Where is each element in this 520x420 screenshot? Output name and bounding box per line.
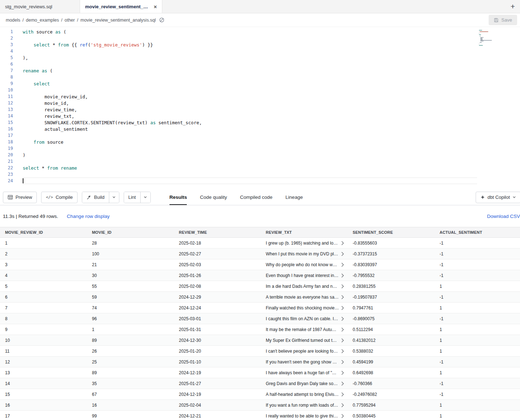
code-line-6[interactable]: 6: [0, 61, 520, 67]
tab-compiled-code[interactable]: Compiled code: [240, 189, 273, 205]
code-line-3[interactable]: 3 select * from {{ ref('stg_movie_review…: [0, 41, 520, 48]
expand-cell-icon[interactable]: [341, 327, 344, 332]
line-number: 19: [0, 145, 13, 152]
new-tab-button[interactable]: +: [506, 0, 520, 13]
tab-code-quality[interactable]: Code quality: [200, 189, 227, 205]
expand-cell-icon[interactable]: [341, 241, 344, 245]
expand-cell-icon[interactable]: [341, 360, 344, 364]
breadcrumb-part[interactable]: demo_examples: [26, 18, 59, 23]
change-row-display-link[interactable]: Change row display: [67, 214, 110, 219]
cell-actual-sentiment: -1: [435, 381, 520, 386]
compile-label: Compile: [56, 195, 73, 200]
preview-label: Preview: [16, 195, 32, 200]
expand-cell-icon[interactable]: [341, 392, 344, 397]
code-line-10[interactable]: 10: [0, 87, 520, 93]
cell-review-time: 2025-01-27: [174, 381, 261, 386]
column-header-movie-review-id[interactable]: MOVIE_REVIEW_ID: [0, 230, 87, 234]
code-line-24[interactable]: 24: [0, 178, 520, 184]
column-header-review-txt[interactable]: REVIEW_TXT: [261, 230, 348, 234]
line-number: 6: [0, 61, 13, 67]
code-line-12[interactable]: 12 movie_id,: [0, 100, 520, 106]
code-line-15[interactable]: 15 SNOWFLAKE.CORTEX.SENTIMENT(review_txt…: [0, 119, 520, 126]
expand-cell-icon[interactable]: [341, 317, 344, 321]
cell-sentiment-score: 0.50380445: [348, 414, 435, 419]
line-number: 1: [0, 28, 13, 35]
cell-movie-id: 30: [87, 273, 174, 278]
code-line-5[interactable]: 5),: [0, 54, 520, 61]
code-line-16[interactable]: 16 actual_sentiment: [0, 126, 520, 132]
code-line-20[interactable]: 20): [0, 152, 520, 158]
tab-movie-review-sentiment[interactable]: movie_review_sentiment_… ×: [80, 0, 162, 13]
cell-sentiment-score: -0.24976082: [348, 392, 435, 397]
code-editor[interactable]: 1with source as (23 select * from {{ ref…: [0, 27, 520, 189]
table-row: 17992024-12-21I really wanted to be able…: [0, 411, 520, 420]
column-header-sentiment-score[interactable]: SENTIMENT_SCORE: [348, 230, 435, 234]
expand-cell-icon[interactable]: [341, 306, 344, 310]
code-line-1[interactable]: 1with source as (: [0, 28, 520, 35]
save-icon: [494, 18, 499, 23]
tab-lineage[interactable]: Lineage: [286, 189, 303, 205]
cell-review-txt: Finally watched this shocking movie la…: [261, 305, 348, 310]
cell-movie-review-id: 14: [0, 381, 87, 386]
code-line-17[interactable]: 17: [0, 132, 520, 139]
cell-review-txt: I can't believe people are looking for a…: [261, 349, 348, 354]
code-line-22[interactable]: 22select * from rename: [0, 165, 520, 171]
expand-cell-icon[interactable]: [341, 414, 344, 418]
expand-cell-icon[interactable]: [341, 403, 344, 407]
tab-stg-movie-reviews[interactable]: stg_movie_reviews.sql: [0, 0, 80, 13]
expand-cell-icon[interactable]: [341, 263, 344, 267]
column-header-actual-sentiment[interactable]: ACTUAL_SENTIMENT: [435, 230, 520, 234]
expand-cell-icon[interactable]: [341, 252, 344, 256]
code-text: [23, 74, 477, 80]
expand-cell-icon[interactable]: [341, 381, 344, 386]
build-dropdown-button[interactable]: [109, 192, 119, 203]
save-button[interactable]: Save: [489, 15, 517, 25]
cell-actual-sentiment: -1: [435, 316, 520, 321]
expand-cell-icon[interactable]: [341, 371, 344, 375]
cell-review-time: 2025-02-27: [174, 251, 261, 256]
cell-actual-sentiment: 1: [435, 414, 520, 419]
code-text: [23, 132, 477, 139]
minimap[interactable]: [479, 30, 505, 47]
dbt-copilot-button[interactable]: dbt Copilot: [476, 192, 520, 203]
expand-cell-icon[interactable]: [341, 273, 344, 278]
code-line-21[interactable]: 21: [0, 158, 520, 165]
code-line-13[interactable]: 13 review_time,: [0, 106, 520, 113]
review-text: If you want a fun romp with loads of s…: [266, 403, 339, 408]
lint-dropdown-button[interactable]: [140, 192, 150, 203]
expand-cell-icon[interactable]: [341, 284, 344, 289]
cell-movie-id: 67: [87, 392, 174, 397]
code-line-9[interactable]: 9 select: [0, 80, 520, 87]
lint-button[interactable]: Lint: [124, 192, 140, 203]
text-cursor: [23, 178, 23, 183]
code-line-8[interactable]: 8: [0, 74, 520, 80]
compile-button[interactable]: </> Compile: [41, 192, 78, 203]
cell-sentiment-score: -0.8690075: [348, 316, 435, 321]
tab-results[interactable]: Results: [169, 189, 187, 205]
close-tab-icon[interactable]: ×: [149, 4, 157, 10]
code-line-23[interactable]: 23: [0, 171, 520, 178]
code-line-2[interactable]: 2: [0, 35, 520, 41]
preview-button[interactable]: Preview: [3, 192, 37, 203]
build-button[interactable]: Build: [82, 192, 109, 203]
table-row: 3212025-02-03Why do people who do not kn…: [0, 259, 520, 270]
code-line-14[interactable]: 14 review_txt,: [0, 113, 520, 119]
code-line-18[interactable]: 18 from source: [0, 139, 520, 145]
cell-review-txt: I really wanted to be able to give this …: [261, 414, 348, 419]
column-header-review-time[interactable]: REVIEW_TIME: [174, 230, 261, 234]
expand-cell-icon[interactable]: [341, 338, 344, 343]
code-line-11[interactable]: 11 movie_review_id,: [0, 93, 520, 100]
code-line-19[interactable]: 19: [0, 145, 520, 152]
code-line-4[interactable]: 4: [0, 48, 520, 54]
breadcrumb-part[interactable]: models: [6, 18, 20, 23]
expand-cell-icon[interactable]: [341, 349, 344, 353]
code-line-7[interactable]: 7rename as (: [0, 67, 520, 74]
tab-label: Lineage: [286, 195, 303, 200]
breadcrumb-part[interactable]: other: [65, 18, 75, 23]
download-csv-link[interactable]: Download CSV: [487, 214, 520, 219]
cell-movie-review-id: 9: [0, 327, 87, 332]
cell-movie-review-id: 3: [0, 262, 87, 267]
expand-cell-icon[interactable]: [341, 295, 344, 299]
cell-review-txt: A terrible movie as everyone has said. …: [261, 295, 348, 300]
column-header-movie-id[interactable]: MOVIE_ID: [87, 230, 174, 234]
